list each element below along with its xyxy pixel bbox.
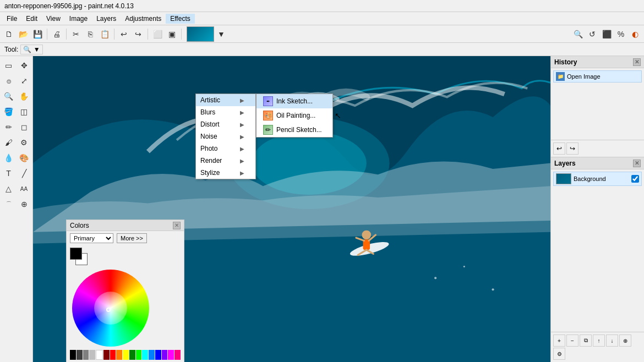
open-button[interactable]: 📂 (17, 28, 30, 41)
palette-darkgray[interactable] (77, 350, 83, 360)
color-adjust[interactable]: ◐ (629, 28, 642, 41)
effects-render-item[interactable]: Render ▶ (196, 155, 255, 167)
primary-select[interactable]: Primary Secondary (70, 233, 113, 243)
palette-row (67, 350, 184, 362)
effects-artistic-item[interactable]: Artistic ▶ (196, 94, 255, 106)
history-redo-button[interactable]: ↪ (566, 142, 578, 155)
color-picker[interactable]: 🎨 (17, 151, 31, 165)
palette-black[interactable] (70, 350, 76, 360)
palette-darkred[interactable] (103, 350, 110, 360)
paste-button[interactable]: 📋 (98, 28, 111, 41)
menu-image[interactable]: Image (65, 14, 92, 24)
menu-effects[interactable]: Effects (166, 14, 194, 24)
palette-yellow[interactable] (123, 350, 129, 360)
zoom-percent[interactable]: % (614, 28, 627, 41)
menu-file[interactable]: File (2, 14, 21, 24)
refresh-button[interactable]: ↺ (586, 28, 599, 41)
tool-row-5: ✏ ◻ (2, 120, 31, 134)
layer-background-checkbox[interactable] (631, 175, 639, 183)
rectangle-select-tool[interactable]: ▭ (2, 58, 16, 73)
effects-blurs-item[interactable]: Blurs ▶ (196, 106, 255, 118)
effects-distort-item[interactable]: Distort ▶ (196, 118, 255, 130)
palette-cyan[interactable] (142, 350, 148, 360)
palette-magenta[interactable] (168, 350, 174, 360)
gradient-tool[interactable]: ◫ (17, 105, 31, 119)
history-undo-button[interactable]: ↩ (553, 142, 565, 155)
palette-lightgray[interactable] (89, 350, 95, 360)
redo-button[interactable]: ↪ (132, 28, 145, 41)
history-item[interactable]: 📁 Open Image (553, 70, 642, 83)
select-all-button[interactable]: ▣ (165, 28, 178, 41)
palette-purple[interactable] (162, 350, 168, 360)
recolor-tool[interactable]: 💧 (2, 151, 16, 165)
menu-layers[interactable]: Layers (92, 14, 121, 24)
tool-selector[interactable]: 🔍 ▼ (20, 45, 42, 54)
oil-painting-item[interactable]: 🎨 Oil Painting... (256, 108, 332, 123)
move-tool[interactable]: ✥ (17, 58, 31, 73)
pencil-sketch-icon: ✏ (263, 125, 273, 135)
layers-down-button[interactable]: ↓ (606, 334, 618, 347)
hand-tool[interactable]: ✋ (17, 89, 31, 103)
layers-up-button[interactable]: ↑ (593, 334, 605, 347)
render-arrow: ▶ (240, 158, 244, 164)
new-button[interactable]: 🗋 (2, 28, 15, 41)
layer-background-item[interactable]: Background (553, 172, 642, 186)
palette-white[interactable] (96, 350, 103, 360)
shapes-tool[interactable]: △ (2, 182, 16, 196)
tool-row-9: △ AA (2, 182, 31, 196)
menu-view[interactable]: View (42, 14, 65, 24)
effects-noise-item[interactable]: Noise ▶ (196, 130, 255, 142)
move-select-tool[interactable]: ⤢ (17, 74, 31, 88)
layers-duplicate-button[interactable]: ⧉ (580, 334, 592, 347)
cut-button[interactable]: ✂ (69, 28, 83, 41)
palette-blue[interactable] (149, 350, 155, 360)
brush-tool[interactable]: 🖌 (2, 135, 16, 150)
palette-darkgreen[interactable] (129, 350, 135, 360)
foreground-color-swatch[interactable] (70, 248, 82, 260)
svg-point-14 (434, 277, 436, 279)
palette-darkblue[interactable] (155, 350, 161, 360)
print-button[interactable]: 🖨 (50, 28, 63, 41)
line-tool[interactable]: ╱ (17, 166, 31, 180)
color-wheel[interactable] (72, 270, 149, 347)
stamp-tool[interactable]: ⚙ (17, 135, 31, 150)
layers-delete-button[interactable]: − (566, 334, 578, 347)
colors-close-button[interactable]: ✕ (173, 222, 181, 229)
effects-stylize-item[interactable]: Stylize ▶ (196, 167, 255, 179)
layers-merge-button[interactable]: ⊕ (619, 334, 631, 347)
text-tool[interactable]: T (2, 166, 16, 180)
menu-adjustments[interactable]: Adjustments (121, 14, 166, 24)
curve-tool[interactable]: ⌒ (2, 197, 16, 211)
palette-orange[interactable] (116, 350, 122, 360)
palette-pink[interactable] (174, 350, 181, 360)
more-colors-button[interactable]: More >> (117, 233, 147, 243)
undo-button[interactable]: ↩ (117, 28, 130, 41)
palette-green[interactable] (136, 350, 142, 360)
effects-photo-item[interactable]: Photo ▶ (196, 142, 255, 155)
extra-tool[interactable]: ⊕ (17, 197, 31, 211)
menu-edit[interactable]: Edit (21, 14, 42, 24)
paint-bucket[interactable]: 🪣 (2, 105, 16, 119)
pencil-tool[interactable]: ✏ (2, 120, 16, 134)
zoom-tool[interactable]: 🔍 (571, 28, 585, 41)
save-button[interactable]: 💾 (31, 28, 44, 41)
noise-arrow: ▶ (240, 134, 244, 140)
thumbnail-dropdown[interactable]: ▼ (217, 28, 225, 41)
copy-button[interactable]: ⎘ (84, 28, 97, 41)
pencil-sketch-item[interactable]: ✏ Pencil Sketch... (256, 123, 332, 137)
palette-gray[interactable] (83, 350, 89, 360)
stylize-label: Stylize (200, 169, 220, 177)
history-close-button[interactable]: ✕ (633, 58, 641, 66)
deselect-button[interactable]: ⬜ (151, 28, 164, 41)
ink-sketch-item[interactable]: ✒ Ink Sketch... ↖ (256, 94, 332, 108)
fit-window[interactable]: ⬛ (600, 28, 613, 41)
eraser-tool[interactable]: ◻ (17, 120, 31, 134)
tool-row-1: ▭ ✥ (2, 58, 31, 73)
zoom-tool[interactable]: 🔍 (2, 89, 16, 103)
layers-properties-button[interactable]: ⚙ (553, 348, 565, 360)
lasso-tool[interactable]: ⌾ (2, 74, 16, 88)
aa-tool[interactable]: AA (17, 182, 31, 196)
layers-close-button[interactable]: ✕ (633, 160, 641, 167)
layers-add-button[interactable]: + (553, 334, 565, 347)
palette-red[interactable] (110, 350, 116, 360)
